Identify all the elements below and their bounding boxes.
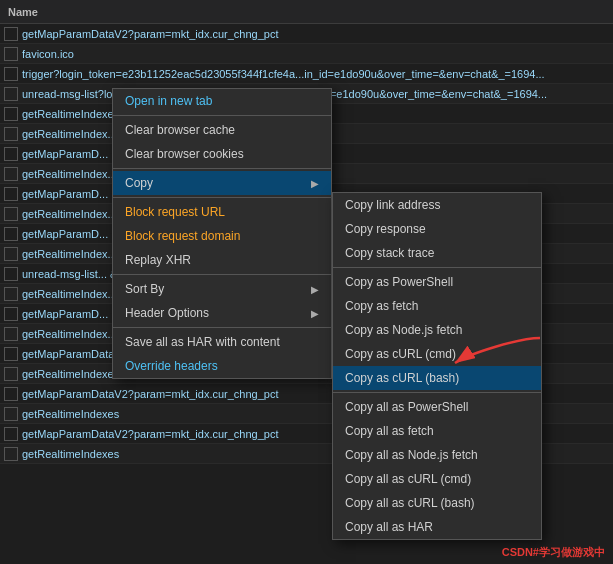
row-checkbox[interactable] xyxy=(4,187,18,201)
menu-label: Replay XHR xyxy=(125,253,191,267)
watermark: CSDN#学习做游戏中 xyxy=(502,545,605,560)
menu-item-clear-cookies[interactable]: Clear browser cookies xyxy=(113,142,331,166)
menu-separator xyxy=(113,274,331,275)
name-column-header: Name xyxy=(8,6,38,18)
submenu-item-copy-all-fetch[interactable]: Copy all as fetch xyxy=(333,419,541,443)
network-row[interactable]: favicon.ico xyxy=(0,44,613,64)
context-menu: Open in new tabClear browser cacheClear … xyxy=(112,88,332,379)
submenu-label: Copy all as cURL (bash) xyxy=(345,496,475,510)
row-checkbox[interactable] xyxy=(4,267,18,281)
submenu-item-copy-all-nodejs[interactable]: Copy all as Node.js fetch xyxy=(333,443,541,467)
menu-item-replay-xhr[interactable]: Replay XHR xyxy=(113,248,331,272)
submenu-item-copy-response[interactable]: Copy response xyxy=(333,217,541,241)
menu-label: Block request URL xyxy=(125,205,225,219)
menu-label: Sort By xyxy=(125,282,164,296)
menu-label: Open in new tab xyxy=(125,94,212,108)
submenu-label: Copy as PowerShell xyxy=(345,275,453,289)
submenu-item-copy-all-curl-bash[interactable]: Copy all as cURL (bash) xyxy=(333,491,541,515)
menu-item-clear-cache[interactable]: Clear browser cache xyxy=(113,118,331,142)
submenu-label: Copy all as cURL (cmd) xyxy=(345,472,471,486)
row-checkbox[interactable] xyxy=(4,447,18,461)
row-checkbox[interactable] xyxy=(4,47,18,61)
menu-label: Clear browser cookies xyxy=(125,147,244,161)
submenu-item-copy-all-curl-cmd[interactable]: Copy all as cURL (cmd) xyxy=(333,467,541,491)
submenu-label: Copy response xyxy=(345,222,426,236)
column-header: Name xyxy=(0,0,613,24)
menu-label: Override headers xyxy=(125,359,218,373)
row-checkbox[interactable] xyxy=(4,227,18,241)
menu-item-sort-by[interactable]: Sort By▶ xyxy=(113,277,331,301)
submenu-label: Copy all as fetch xyxy=(345,424,434,438)
row-checkbox[interactable] xyxy=(4,87,18,101)
arrow-annotation xyxy=(440,328,560,378)
row-checkbox[interactable] xyxy=(4,27,18,41)
submenu-separator xyxy=(333,267,541,268)
row-checkbox[interactable] xyxy=(4,147,18,161)
menu-item-open-new-tab[interactable]: Open in new tab xyxy=(113,89,331,113)
submenu-label: Copy all as HAR xyxy=(345,520,433,534)
row-checkbox[interactable] xyxy=(4,347,18,361)
menu-label: Header Options xyxy=(125,306,209,320)
submenu-label: Copy link address xyxy=(345,198,440,212)
submenu-label: Copy stack trace xyxy=(345,246,434,260)
submenu-item-copy-fetch[interactable]: Copy as fetch xyxy=(333,294,541,318)
submenu-item-copy-all-har[interactable]: Copy all as HAR xyxy=(333,515,541,539)
submenu-item-copy-link[interactable]: Copy link address xyxy=(333,193,541,217)
menu-item-override-headers[interactable]: Override headers xyxy=(113,354,331,378)
row-checkbox[interactable] xyxy=(4,287,18,301)
submenu-item-copy-powershell[interactable]: Copy as PowerShell xyxy=(333,270,541,294)
row-checkbox[interactable] xyxy=(4,247,18,261)
menu-label: Block request domain xyxy=(125,229,240,243)
row-name: getMapParamDataV2?param=mkt_idx.cur_chng… xyxy=(22,28,609,40)
submenu-separator xyxy=(333,392,541,393)
row-checkbox[interactable] xyxy=(4,387,18,401)
menu-label: Copy xyxy=(125,176,153,190)
network-row[interactable]: getMapParamDataV2?param=mkt_idx.cur_chng… xyxy=(0,24,613,44)
row-name: favicon.ico xyxy=(22,48,609,60)
row-checkbox[interactable] xyxy=(4,127,18,141)
menu-item-copy[interactable]: Copy▶ xyxy=(113,171,331,195)
submenu-label: Copy as fetch xyxy=(345,299,418,313)
row-checkbox[interactable] xyxy=(4,407,18,421)
submenu-label: Copy all as PowerShell xyxy=(345,400,468,414)
row-checkbox[interactable] xyxy=(4,327,18,341)
submenu-arrow: ▶ xyxy=(311,284,319,295)
row-checkbox[interactable] xyxy=(4,207,18,221)
menu-item-header-options[interactable]: Header Options▶ xyxy=(113,301,331,325)
menu-label: Clear browser cache xyxy=(125,123,235,137)
row-checkbox[interactable] xyxy=(4,67,18,81)
submenu-arrow: ▶ xyxy=(311,178,319,189)
menu-label: Save all as HAR with content xyxy=(125,335,280,349)
row-checkbox[interactable] xyxy=(4,367,18,381)
row-checkbox[interactable] xyxy=(4,427,18,441)
menu-separator xyxy=(113,197,331,198)
row-checkbox[interactable] xyxy=(4,107,18,121)
menu-separator xyxy=(113,168,331,169)
network-row[interactable]: trigger?login_token=e23b11252eac5d23055f… xyxy=(0,64,613,84)
menu-separator xyxy=(113,327,331,328)
submenu-item-copy-stack[interactable]: Copy stack trace xyxy=(333,241,541,265)
submenu-arrow: ▶ xyxy=(311,308,319,319)
menu-item-save-har[interactable]: Save all as HAR with content xyxy=(113,330,331,354)
menu-item-block-domain[interactable]: Block request domain xyxy=(113,224,331,248)
row-checkbox[interactable] xyxy=(4,307,18,321)
menu-separator xyxy=(113,115,331,116)
menu-item-block-url[interactable]: Block request URL xyxy=(113,200,331,224)
submenu-item-copy-all-powershell[interactable]: Copy all as PowerShell xyxy=(333,395,541,419)
row-name: trigger?login_token=e23b11252eac5d23055f… xyxy=(22,68,609,80)
row-checkbox[interactable] xyxy=(4,167,18,181)
submenu-label: Copy all as Node.js fetch xyxy=(345,448,478,462)
